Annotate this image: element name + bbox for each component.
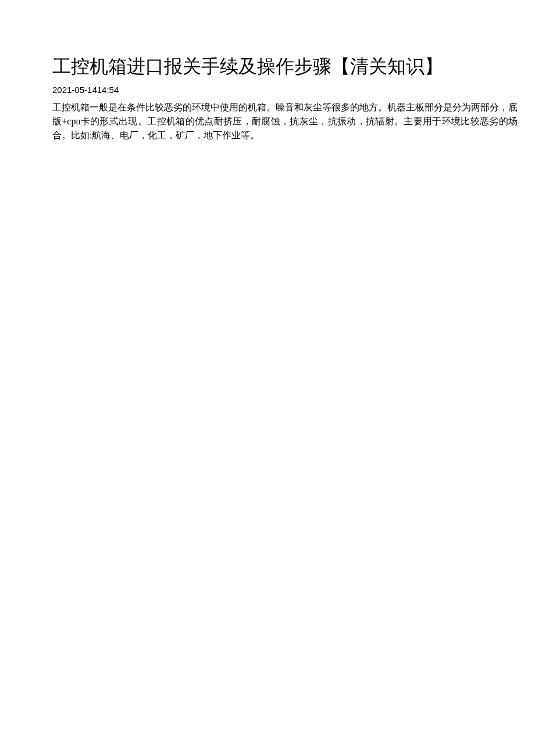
document-timestamp: 2021-05-1414:54 <box>52 85 518 95</box>
document-title: 工控机箱进口报关手续及操作步骤【清关知识】 <box>52 52 518 80</box>
document-body: 工控机箱一般是在条件比较恶劣的环境中使用的机箱。噪音和灰尘等很多的地方。机器主板… <box>52 101 518 142</box>
